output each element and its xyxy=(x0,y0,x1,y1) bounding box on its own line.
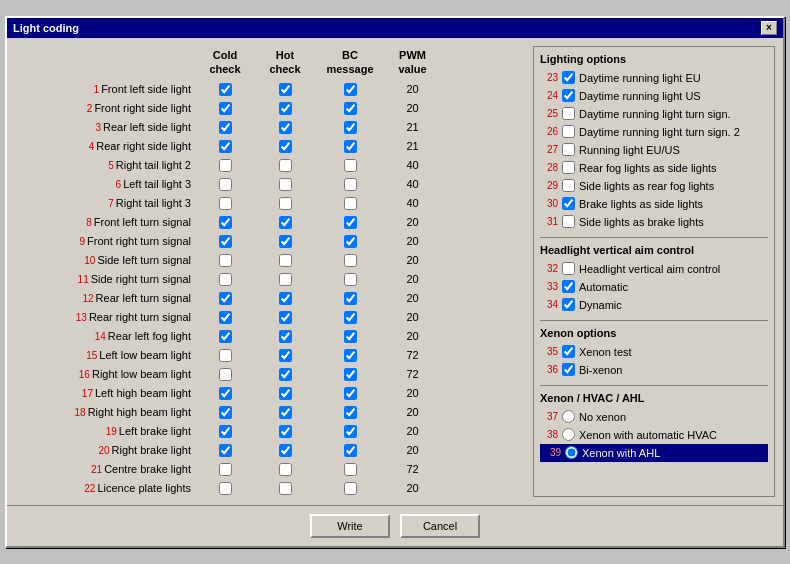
bc-checkbox[interactable] xyxy=(344,254,357,267)
xenon-checkbox[interactable] xyxy=(562,345,575,358)
bc-checkbox[interactable] xyxy=(344,463,357,476)
cold-checkbox[interactable] xyxy=(219,197,232,210)
cold-checkbox[interactable] xyxy=(219,330,232,343)
write-button[interactable]: Write xyxy=(310,514,390,538)
hot-checkbox[interactable] xyxy=(279,406,292,419)
row-text: Left brake light xyxy=(119,425,191,437)
cold-checkbox[interactable] xyxy=(219,425,232,438)
hot-check-cell xyxy=(255,311,315,324)
cold-checkbox[interactable] xyxy=(219,406,232,419)
cold-checkbox[interactable] xyxy=(219,254,232,267)
cold-check-cell xyxy=(195,444,255,457)
hot-checkbox[interactable] xyxy=(279,235,292,248)
option-label: Xenon with AHL xyxy=(582,447,660,459)
bc-checkbox[interactable] xyxy=(344,444,357,457)
cold-checkbox[interactable] xyxy=(219,482,232,495)
bc-checkbox[interactable] xyxy=(344,216,357,229)
lighting-checkbox[interactable] xyxy=(562,215,575,228)
bc-checkbox[interactable] xyxy=(344,349,357,362)
cold-checkbox[interactable] xyxy=(219,121,232,134)
table-row: 15 Left low beam light 72 xyxy=(15,346,525,364)
hot-check-cell xyxy=(255,387,315,400)
bc-checkbox[interactable] xyxy=(344,425,357,438)
hot-checkbox[interactable] xyxy=(279,482,292,495)
bc-checkbox[interactable] xyxy=(344,482,357,495)
hot-checkbox[interactable] xyxy=(279,349,292,362)
xenon-checkbox[interactable] xyxy=(562,363,575,376)
bc-checkbox[interactable] xyxy=(344,311,357,324)
cold-checkbox[interactable] xyxy=(219,235,232,248)
xenon-hvac-radio[interactable] xyxy=(565,446,578,459)
headlight-checkbox[interactable] xyxy=(562,280,575,293)
hot-checkbox[interactable] xyxy=(279,159,292,172)
cold-checkbox[interactable] xyxy=(219,387,232,400)
xenon-hvac-radio[interactable] xyxy=(562,428,575,441)
hot-checkbox[interactable] xyxy=(279,273,292,286)
hot-checkbox[interactable] xyxy=(279,330,292,343)
cold-checkbox[interactable] xyxy=(219,368,232,381)
lighting-checkbox[interactable] xyxy=(562,89,575,102)
cold-checkbox[interactable] xyxy=(219,216,232,229)
headlight-checkbox[interactable] xyxy=(562,298,575,311)
hot-checkbox[interactable] xyxy=(279,178,292,191)
title-bar-buttons: × xyxy=(761,21,777,35)
cold-checkbox[interactable] xyxy=(219,83,232,96)
lighting-checkbox[interactable] xyxy=(562,71,575,84)
lighting-checkbox[interactable] xyxy=(562,197,575,210)
cold-checkbox[interactable] xyxy=(219,178,232,191)
lighting-checkbox[interactable] xyxy=(562,179,575,192)
hot-checkbox[interactable] xyxy=(279,292,292,305)
bc-checkbox[interactable] xyxy=(344,140,357,153)
cold-checkbox[interactable] xyxy=(219,463,232,476)
bc-checkbox[interactable] xyxy=(344,406,357,419)
bc-checkbox[interactable] xyxy=(344,159,357,172)
cold-checkbox[interactable] xyxy=(219,444,232,457)
left-panel: Coldcheck Hotcheck BCmessage PWMvalue 1 … xyxy=(15,46,525,498)
hot-checkbox[interactable] xyxy=(279,140,292,153)
lighting-checkbox[interactable] xyxy=(562,143,575,156)
lighting-checkbox[interactable] xyxy=(562,107,575,120)
headlight-checkbox[interactable] xyxy=(562,262,575,275)
cold-checkbox[interactable] xyxy=(219,349,232,362)
bc-checkbox[interactable] xyxy=(344,102,357,115)
xenon-hvac-radio[interactable] xyxy=(562,410,575,423)
hot-checkbox[interactable] xyxy=(279,102,292,115)
hot-checkbox[interactable] xyxy=(279,121,292,134)
hot-checkbox[interactable] xyxy=(279,311,292,324)
cold-checkbox[interactable] xyxy=(219,311,232,324)
bc-checkbox[interactable] xyxy=(344,292,357,305)
bc-checkbox[interactable] xyxy=(344,83,357,96)
hot-checkbox[interactable] xyxy=(279,83,292,96)
hot-checkbox[interactable] xyxy=(279,197,292,210)
table-row: 22 Licence plate lights 20 xyxy=(15,479,525,497)
cold-checkbox[interactable] xyxy=(219,102,232,115)
hot-checkbox[interactable] xyxy=(279,463,292,476)
row-text: Rear right side light xyxy=(96,140,191,152)
hot-checkbox[interactable] xyxy=(279,254,292,267)
cold-checkbox[interactable] xyxy=(219,140,232,153)
lighting-checkbox[interactable] xyxy=(562,161,575,174)
bc-checkbox[interactable] xyxy=(344,368,357,381)
bc-checkbox[interactable] xyxy=(344,387,357,400)
hot-checkbox[interactable] xyxy=(279,387,292,400)
cold-checkbox[interactable] xyxy=(219,159,232,172)
pwm-value-cell: 40 xyxy=(385,159,440,171)
hot-checkbox[interactable] xyxy=(279,216,292,229)
bc-checkbox[interactable] xyxy=(344,197,357,210)
pwm-value-cell: 20 xyxy=(385,83,440,95)
lighting-checkbox[interactable] xyxy=(562,125,575,138)
bc-checkbox[interactable] xyxy=(344,178,357,191)
bc-checkbox[interactable] xyxy=(344,273,357,286)
close-button[interactable]: × xyxy=(761,21,777,35)
cancel-button[interactable]: Cancel xyxy=(400,514,480,538)
hot-checkbox[interactable] xyxy=(279,368,292,381)
bc-checkbox[interactable] xyxy=(344,235,357,248)
hot-checkbox[interactable] xyxy=(279,425,292,438)
row-text: Side right turn signal xyxy=(91,273,191,285)
cold-checkbox[interactable] xyxy=(219,292,232,305)
row-number: 22 xyxy=(79,483,95,494)
bc-checkbox[interactable] xyxy=(344,330,357,343)
cold-checkbox[interactable] xyxy=(219,273,232,286)
hot-checkbox[interactable] xyxy=(279,444,292,457)
bc-checkbox[interactable] xyxy=(344,121,357,134)
